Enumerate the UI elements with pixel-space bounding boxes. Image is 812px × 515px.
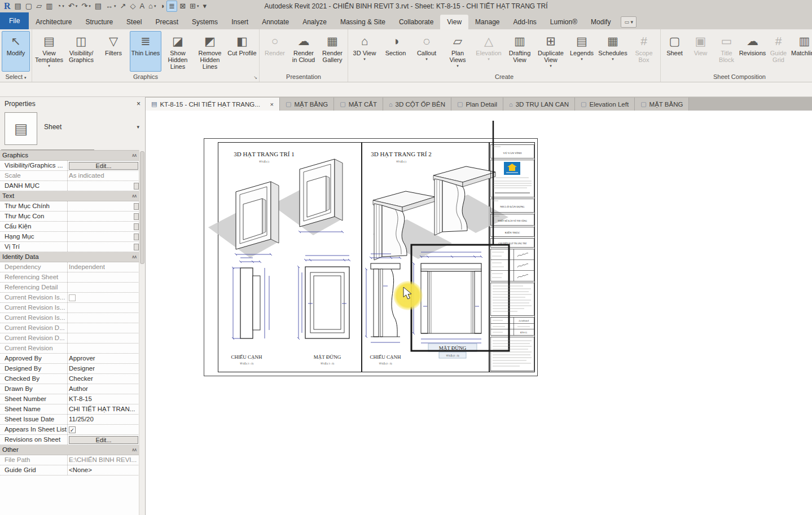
ribbon-tab-modify[interactable]: Modify bbox=[584, 15, 617, 29]
aligned-dimension-button[interactable]: ↗ bbox=[118, 1, 128, 12]
view-title-side-2[interactable]: CHIẾU CẠNH bbox=[370, 354, 401, 360]
close-hidden-windows-button[interactable]: ⊠ bbox=[178, 1, 187, 12]
customize-button[interactable]: ▾ bbox=[201, 1, 209, 12]
property-value[interactable] bbox=[68, 222, 134, 231]
undo-button[interactable]: ↶▾ bbox=[67, 1, 79, 12]
section-button[interactable]: ◑Section bbox=[380, 31, 411, 72]
property-row-sheet-number[interactable]: Sheet NumberKT-8-15 bbox=[0, 394, 139, 404]
property-value[interactable] bbox=[68, 283, 139, 292]
dropdown-icon[interactable]: ▾ bbox=[62, 4, 64, 8]
properties-scrollbar[interactable] bbox=[139, 150, 145, 515]
view-templates-button[interactable]: ▤View Templates▾ bbox=[33, 31, 65, 72]
modify-button[interactable]: ↖ Modify bbox=[2, 31, 30, 72]
property-value[interactable]: CHI TIẾT HẠT TRAN... bbox=[68, 404, 139, 414]
property-value[interactable]: Edit... bbox=[68, 435, 139, 444]
ribbon-tab-structure[interactable]: Structure bbox=[78, 15, 120, 29]
property-row-checked-by[interactable]: Checked ByChecker bbox=[0, 374, 139, 384]
property-row-sheet-issue-date[interactable]: Sheet Issue Date11/25/20 bbox=[0, 415, 139, 425]
property-row-current-revision-d[interactable]: Current Revision D... bbox=[0, 323, 139, 333]
ribbon-tab-lumion[interactable]: Lumion® bbox=[543, 15, 584, 29]
plan-views-button[interactable]: ▱Plan Views▾ bbox=[442, 31, 473, 72]
visibility-graphics-button[interactable]: ◫Visibility/ Graphics bbox=[65, 31, 97, 72]
revit-logo-button[interactable]: R bbox=[2, 1, 12, 12]
property-value[interactable] bbox=[68, 333, 139, 343]
panel-3d-1[interactable] bbox=[236, 182, 279, 249]
measure-button[interactable]: ↔▾ bbox=[104, 1, 118, 12]
property-value[interactable]: Author bbox=[68, 384, 139, 394]
property-value[interactable]: KT-8-15 bbox=[68, 394, 139, 404]
property-row-h-ng-m-c[interactable]: Hạng Mục bbox=[0, 232, 139, 242]
property-mini-button[interactable] bbox=[134, 234, 139, 240]
edit-button[interactable]: Edit... bbox=[69, 162, 138, 170]
dialog-launcher-icon[interactable]: ↘ bbox=[253, 73, 257, 82]
property-mini-button[interactable] bbox=[134, 244, 139, 250]
property-mini-button[interactable] bbox=[134, 183, 139, 190]
view-tab-plan-detail[interactable]: ▢Plan Detail bbox=[451, 98, 503, 111]
default-3d-view-button[interactable]: ⌂▾ bbox=[147, 1, 157, 12]
property-value[interactable]: Checker bbox=[68, 374, 139, 384]
property-value[interactable] bbox=[68, 323, 139, 333]
collapse-icon[interactable]: ∧∧ bbox=[131, 447, 136, 452]
type-selector[interactable]: ▤ Sheet ▾ bbox=[0, 111, 145, 148]
save-button[interactable]: ▥ bbox=[44, 1, 54, 12]
legends-button[interactable]: ▤Legends▾ bbox=[567, 31, 597, 72]
dropdown-icon[interactable]: ▾ bbox=[457, 64, 459, 68]
property-row-appears-in-sheet-list[interactable]: Appears In Sheet List✓ bbox=[0, 425, 139, 435]
view-front-1-geometry[interactable] bbox=[305, 267, 349, 338]
property-row-drawn-by[interactable]: Drawn ByAuthor bbox=[0, 384, 139, 394]
drawing-canvas[interactable]: 3D HẠT TRANG TRÍ 1 TỈ LỆ:( ) bbox=[146, 111, 812, 515]
ribbon-tab-add-ins[interactable]: Add-Ins bbox=[506, 15, 543, 29]
switch-windows-button[interactable]: ⊞▾ bbox=[188, 1, 200, 12]
close-icon[interactable]: × bbox=[137, 100, 141, 108]
property-value[interactable]: Designer bbox=[68, 364, 139, 373]
ribbon-tab-annotate[interactable]: Annotate bbox=[255, 15, 296, 29]
panel-3d-2[interactable] bbox=[300, 159, 343, 227]
property-row-visibility-graphics[interactable]: Visibility/Graphics ...Edit... bbox=[0, 161, 139, 171]
matchline-button[interactable]: ▥Matchline bbox=[792, 31, 812, 72]
property-row-file-path[interactable]: File PathE:\CHIẾN BINH REVI... bbox=[0, 455, 139, 465]
collapse-icon[interactable]: ∧∧ bbox=[131, 254, 136, 259]
chevron-down-icon[interactable]: ▾ bbox=[137, 124, 139, 130]
collapse-icon[interactable]: ∧∧ bbox=[131, 193, 136, 199]
ribbon-tab-file[interactable]: File bbox=[0, 12, 29, 29]
tag-label-button[interactable]: ◇ bbox=[128, 1, 137, 12]
print-button[interactable]: ▤ bbox=[93, 1, 103, 12]
ribbon-display-toggle[interactable]: ▭ ▾ bbox=[621, 16, 637, 28]
new-file-button[interactable]: ▢ bbox=[24, 1, 34, 12]
property-value[interactable] bbox=[68, 181, 134, 191]
open-file-button[interactable]: ▱ bbox=[34, 1, 43, 12]
dropdown-icon[interactable]: ▾ bbox=[550, 64, 552, 68]
property-row-sheet-name[interactable]: Sheet NameCHI TIẾT HẠT TRAN... bbox=[0, 404, 139, 415]
property-row-current-revision-is[interactable]: Current Revision Is... bbox=[0, 303, 139, 313]
ribbon-tab-manage[interactable]: Manage bbox=[468, 15, 506, 29]
dropdown-icon[interactable]: ▾ bbox=[581, 57, 583, 61]
property-value[interactable]: 11/25/20 bbox=[68, 415, 139, 424]
project-browser-button[interactable]: ▤ bbox=[13, 1, 23, 12]
ribbon-tab-architecture[interactable]: Architecture bbox=[29, 15, 78, 29]
collapse-icon[interactable]: ∧∧ bbox=[131, 153, 136, 158]
property-value[interactable]: <None> bbox=[68, 465, 139, 475]
redo-button[interactable]: ↷▾ bbox=[80, 1, 92, 12]
property-value[interactable] bbox=[68, 242, 134, 252]
filters-button[interactable]: ▽Filters bbox=[98, 31, 129, 72]
view-tab-elevation-left[interactable]: ▢Elevation Left bbox=[575, 98, 635, 111]
dropdown-icon[interactable]: ▾ bbox=[48, 64, 50, 68]
property-row-c-u-ki-n[interactable]: Cấu Kiện bbox=[0, 222, 139, 232]
property-row-th-m-c-con[interactable]: Thư Mục Con bbox=[0, 212, 139, 222]
ribbon-tab-collaborate[interactable]: Collaborate bbox=[392, 15, 440, 29]
property-row-designed-by[interactable]: Designed ByDesigner bbox=[0, 364, 139, 374]
section-qat-button[interactable]: ◑ bbox=[158, 1, 166, 12]
property-row-current-revision-d[interactable]: Current Revision D... bbox=[0, 333, 139, 344]
callout-button[interactable]: ◌Callout▾ bbox=[411, 31, 442, 72]
property-value[interactable] bbox=[68, 303, 139, 312]
property-row-current-revision-is[interactable]: Current Revision Is... bbox=[0, 313, 139, 323]
text-button[interactable]: A bbox=[138, 1, 146, 12]
property-row-th-m-c-ch-nh[interactable]: Thư Mục Chính bbox=[0, 201, 139, 212]
property-mini-button[interactable] bbox=[134, 223, 139, 230]
property-value[interactable] bbox=[68, 293, 139, 302]
cut-profile-button[interactable]: ◧Cut Profile bbox=[226, 31, 258, 72]
panel-label-select[interactable]: Select▾ bbox=[0, 72, 32, 82]
remove-hidden-lines-button[interactable]: ◩Remove Hidden Lines bbox=[194, 31, 226, 72]
ribbon-tab-systems[interactable]: Systems bbox=[185, 15, 225, 29]
property-value[interactable] bbox=[68, 344, 139, 353]
